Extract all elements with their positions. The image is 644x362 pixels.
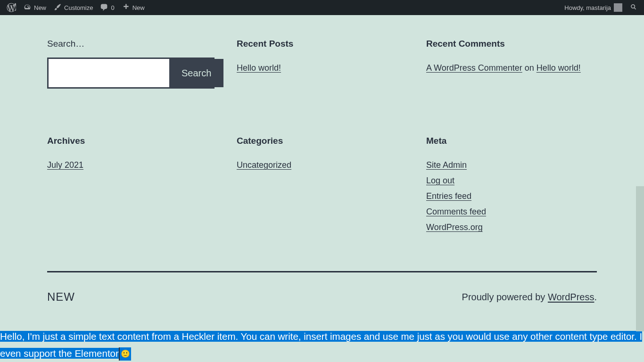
search-widget: Search… Search: [47, 39, 218, 89]
footer-site-title[interactable]: NEW: [47, 290, 75, 304]
adminbar-comment-count: 0: [111, 4, 114, 11]
recent-post-link[interactable]: Hello world!: [237, 63, 281, 73]
wordpress-icon: [7, 3, 16, 12]
meta-logout-link[interactable]: Log out: [426, 176, 454, 185]
wp-logo[interactable]: [3, 0, 20, 15]
search-icon: [630, 3, 637, 12]
heckler-line1: Hello, I'm just a simple text content fr…: [0, 331, 642, 342]
adminbar-site-name[interactable]: New: [20, 0, 50, 15]
adminbar-right: Howdy, mastarija: [561, 0, 641, 15]
heckler-text: Hello, I'm just a simple text content fr…: [0, 328, 644, 362]
footer-separator: [47, 271, 597, 272]
adminbar-howdy: Howdy, mastarija: [564, 4, 611, 11]
recent-comment-entry: A WordPress Commenter on Hello world!: [426, 63, 597, 73]
recent-comments-title: Recent Comments: [426, 39, 597, 49]
comment-post-link[interactable]: Hello world!: [537, 63, 581, 73]
powered-link[interactable]: WordPress: [548, 292, 594, 302]
heckler-line2a: even support the Elementor: [0, 348, 119, 359]
list-item: Site Admin: [426, 160, 597, 170]
list-item: July 2021: [47, 160, 218, 170]
search-input[interactable]: [49, 59, 169, 87]
scrollbar-thumb[interactable]: [636, 186, 644, 331]
search-form: Search: [47, 58, 215, 89]
powered-by: Proudly powered by WordPress.: [462, 292, 597, 303]
adminbar-comments[interactable]: 0: [97, 0, 118, 15]
dashboard-icon: [24, 3, 31, 12]
powered-suffix: .: [594, 292, 597, 302]
adminbar-new[interactable]: New: [118, 0, 149, 15]
archives-widget: Archives July 2021: [47, 136, 218, 238]
archive-link[interactable]: July 2021: [47, 160, 83, 170]
heckler-emoji: 🙂: [119, 347, 131, 361]
list-item: Uncategorized: [237, 160, 407, 170]
meta-title: Meta: [426, 136, 597, 146]
categories-widget: Categories Uncategorized: [237, 136, 407, 238]
adminbar-site-name-label: New: [34, 4, 46, 11]
adminbar-new-label: New: [132, 4, 145, 11]
meta-site-admin-link[interactable]: Site Admin: [426, 160, 467, 170]
comment-on: on: [522, 63, 537, 73]
meta-entries-feed-link[interactable]: Entries feed: [426, 191, 471, 201]
plus-icon: [122, 3, 130, 12]
list-item: Comments feed: [426, 207, 597, 217]
recent-posts-title: Recent Posts: [237, 39, 407, 49]
categories-title: Categories: [237, 136, 407, 146]
adminbar-left: New Customize 0 New: [3, 0, 149, 15]
list-item: Log out: [426, 176, 597, 186]
comment-icon: [100, 3, 108, 12]
search-button[interactable]: Search: [169, 59, 223, 87]
adminbar-account[interactable]: Howdy, mastarija: [561, 0, 626, 15]
footer-widgets: Search… Search Recent Posts Hello world!…: [0, 15, 644, 304]
list-item: Entries feed: [426, 191, 597, 201]
adminbar-customize[interactable]: Customize: [50, 0, 97, 15]
site-footer: NEW Proudly powered by WordPress.: [47, 290, 597, 304]
brush-icon: [54, 3, 61, 12]
adminbar-search[interactable]: [626, 0, 641, 15]
recent-posts-widget: Recent Posts Hello world!: [237, 39, 407, 89]
recent-comments-widget: Recent Comments A WordPress Commenter on…: [426, 39, 597, 89]
adminbar-customize-label: Customize: [64, 4, 93, 11]
list-item: WordPress.org: [426, 222, 597, 232]
archives-title: Archives: [47, 136, 218, 146]
wp-admin-bar: New Customize 0 New Howdy, mastarija: [0, 0, 644, 15]
list-item: Hello world!: [237, 63, 407, 73]
meta-widget: Meta Site Admin Log out Entries feed Com…: [426, 136, 597, 238]
search-label: Search…: [47, 39, 218, 49]
meta-wporg-link[interactable]: WordPress.org: [426, 222, 483, 232]
comment-author-link[interactable]: A WordPress Commenter: [426, 63, 522, 73]
category-link[interactable]: Uncategorized: [237, 160, 291, 170]
meta-comments-feed-link[interactable]: Comments feed: [426, 207, 486, 216]
powered-prefix: Proudly powered by: [462, 292, 548, 302]
avatar: [614, 3, 622, 12]
